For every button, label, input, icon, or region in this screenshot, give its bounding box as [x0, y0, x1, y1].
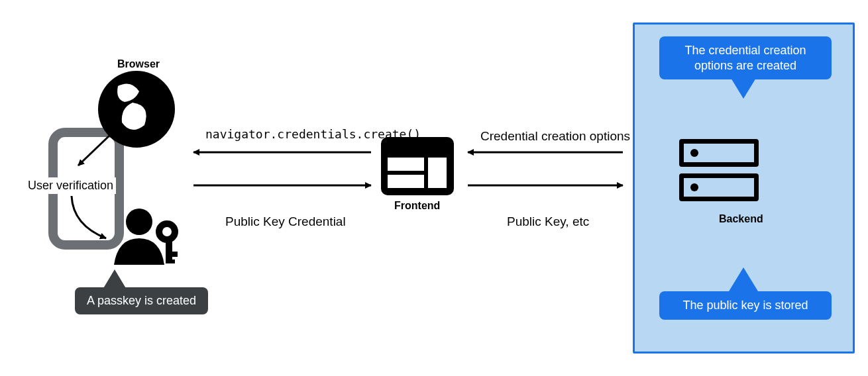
svg-rect-7 — [381, 137, 454, 195]
svg-point-3 — [159, 224, 175, 240]
svg-rect-10 — [428, 158, 447, 188]
svg-point-2 — [126, 209, 152, 235]
flow-public-key-etc: Public Key, etc — [507, 214, 589, 229]
svg-point-1 — [98, 71, 175, 148]
flow-public-key-credential: Public Key Credential — [225, 214, 346, 229]
svg-rect-8 — [388, 158, 424, 171]
callout-passkey-created-tail — [103, 269, 127, 289]
browser-label: Browser — [117, 58, 160, 70]
callout-pubkey-stored: The public key is stored — [659, 291, 832, 320]
callout-options-created: The credential creation options are crea… — [659, 36, 832, 79]
server-icon — [679, 173, 759, 201]
callout-pubkey-stored-tail — [729, 267, 758, 291]
user-verification-arrow — [72, 196, 106, 238]
frontend-icon — [381, 137, 454, 195]
svg-rect-4 — [166, 238, 172, 262]
flow-api-call: navigator.credentials.create() — [205, 127, 421, 141]
svg-rect-9 — [388, 175, 424, 188]
backend-label: Backend — [719, 213, 763, 225]
frontend-label: Frontend — [394, 200, 440, 212]
callout-passkey-created: A passkey is created — [75, 287, 208, 314]
svg-rect-5 — [166, 252, 178, 257]
server-icon — [679, 139, 759, 167]
flow-credential-creation-options: Credential creation options — [480, 129, 630, 144]
globe-icon — [78, 71, 175, 165]
svg-rect-6 — [166, 259, 175, 263]
user-verification-label: User verification — [25, 177, 116, 194]
callout-options-created-tail — [729, 75, 758, 99]
user-key-icon — [114, 209, 178, 265]
